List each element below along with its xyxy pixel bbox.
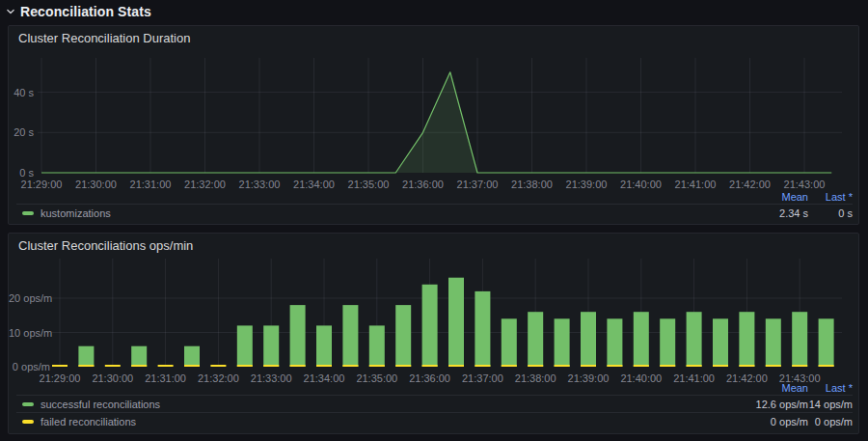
bar-failed — [607, 365, 622, 367]
bar-successful — [766, 318, 781, 367]
bar-failed — [713, 365, 728, 367]
panel-title[interactable]: Cluster Reconciliation Duration — [18, 31, 190, 45]
x-axis-tick-label: 21:39:00 — [559, 179, 613, 190]
x-axis-tick-label: 21:30:00 — [69, 179, 123, 190]
legend-series-toggle[interactable]: failed reconciliations — [16, 416, 721, 427]
legend-row: failed reconciliations0 ops/m0 ops/m — [16, 412, 853, 429]
bar-failed — [792, 365, 807, 367]
legend-series-toggle[interactable]: kustomizations — [16, 207, 721, 219]
legend-sort-last[interactable]: Last * — [808, 382, 853, 394]
bar-failed — [184, 365, 200, 367]
legend-sort-mean[interactable]: Mean — [721, 382, 808, 394]
bar-successful — [290, 305, 306, 367]
legend-last-value: 0 s — [808, 207, 853, 219]
bar-successful — [475, 291, 490, 367]
legend-series-toggle[interactable]: successful reconciliations — [16, 399, 721, 410]
bar-failed — [369, 365, 385, 367]
bar-failed — [555, 365, 570, 367]
bar-failed — [687, 365, 702, 367]
y-axis-tick-label: 0 s — [9, 167, 34, 179]
legend-row: successful reconciliations12.6 ops/m14 o… — [16, 395, 853, 412]
bar-failed — [766, 365, 781, 367]
bar-successful — [448, 278, 464, 367]
bar-failed — [819, 365, 834, 367]
legend-sort-mean[interactable]: Mean — [721, 191, 808, 203]
legend-row: kustomizations2.34 s0 s — [16, 204, 853, 221]
y-axis-tick-label: 10 ops/m — [9, 327, 50, 339]
panel-cluster-reconciliations-ops-min: 0 ops/m10 ops/m20 ops/m21:29:0021:30:002… — [8, 233, 859, 434]
bar-successful — [184, 346, 200, 367]
legend-last-value: 0 ops/m — [808, 416, 853, 427]
legend-header: MeanLast * — [16, 381, 853, 395]
bar-successful — [687, 312, 702, 367]
bar-failed — [52, 365, 68, 367]
legend-header: MeanLast * — [16, 190, 853, 204]
x-axis-tick-label: 21:32:00 — [178, 179, 232, 190]
bar-failed — [263, 365, 279, 367]
x-axis-tick-label: 21:36:00 — [396, 179, 450, 190]
bar-successful — [634, 312, 649, 367]
bar-successful — [739, 312, 754, 367]
legend-mean-value: 0 ops/m — [721, 416, 808, 427]
bar-failed — [502, 365, 517, 367]
row-header-reconciliation-stats[interactable]: Reconciliation Stats — [6, 2, 151, 21]
y-axis-tick-label: 20 ops/m — [9, 292, 50, 304]
duration-legend: MeanLast *kustomizations2.34 s0 s — [16, 190, 853, 221]
bar-successful — [819, 318, 834, 367]
bar-successful — [342, 305, 358, 367]
x-axis-tick-label: 21:40:00 — [614, 179, 668, 190]
bar-failed — [131, 365, 147, 367]
x-axis-tick-label: 21:34:00 — [287, 179, 341, 190]
series-area-fill — [41, 72, 831, 173]
legend-mean-value: 2.34 s — [721, 207, 808, 219]
x-axis-tick-label: 21:33:00 — [232, 179, 286, 190]
bar-successful — [581, 312, 596, 367]
x-axis-tick-label: 21:35:00 — [341, 179, 395, 190]
bar-failed — [528, 365, 543, 367]
panel-cluster-reconciliation-duration: 0 s20 s40 s21:29:0021:30:0021:31:0021:32… — [8, 25, 859, 225]
bar-successful — [263, 325, 279, 367]
legend-series-label: kustomizations — [41, 207, 111, 219]
series-color-swatch-icon — [22, 211, 34, 215]
bar-failed — [739, 365, 754, 367]
bar-successful — [131, 346, 147, 367]
bar-successful — [660, 318, 675, 367]
series-color-swatch-icon — [22, 402, 34, 406]
x-axis-tick-label: 21:41:00 — [668, 179, 722, 190]
bar-successful — [555, 318, 570, 367]
bar-failed — [660, 365, 675, 367]
panel-title[interactable]: Cluster Reconciliations ops/min — [18, 238, 193, 253]
x-axis-tick-label: 21:38:00 — [505, 179, 559, 190]
x-axis-tick-label: 21:43:00 — [777, 179, 831, 190]
bar-failed — [634, 365, 649, 367]
chevron-down-icon — [6, 7, 15, 16]
bar-failed — [78, 365, 94, 367]
x-axis-tick-label: 21:29:00 — [14, 179, 68, 190]
legend-series-label: successful reconciliations — [41, 399, 160, 410]
bar-failed — [475, 365, 490, 367]
y-axis-tick-label: 20 s — [9, 126, 34, 138]
bar-successful — [422, 285, 438, 367]
x-axis-tick-label: 21:31:00 — [123, 179, 177, 190]
bar-successful — [78, 346, 94, 367]
ops-legend: MeanLast *successful reconciliations12.6… — [16, 381, 853, 429]
bar-failed — [581, 365, 596, 367]
bar-successful — [713, 318, 728, 367]
bar-failed — [105, 365, 121, 367]
bar-successful — [607, 318, 622, 367]
x-axis-tick-label: 21:37:00 — [450, 179, 504, 190]
x-axis-tick-label: 21:42:00 — [723, 179, 777, 190]
bar-failed — [448, 365, 464, 367]
bars-group — [52, 278, 834, 367]
bar-failed — [395, 365, 411, 367]
y-axis-tick-label: 40 s — [9, 87, 34, 98]
bar-failed — [210, 365, 226, 367]
bar-failed — [316, 365, 332, 367]
series-color-swatch-icon — [22, 420, 34, 424]
bar-successful — [528, 312, 543, 367]
legend-last-value: 14 ops/m — [808, 399, 853, 410]
bar-successful — [237, 325, 253, 367]
legend-mean-value: 12.6 ops/m — [721, 399, 808, 410]
legend-sort-last[interactable]: Last * — [808, 191, 853, 203]
legend-series-label: failed reconciliations — [41, 416, 136, 427]
